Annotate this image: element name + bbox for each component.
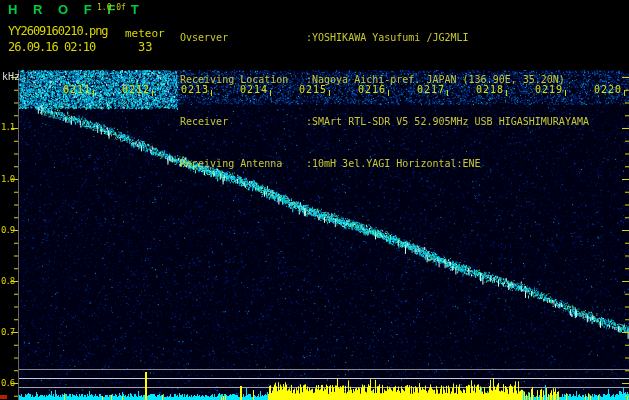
time-label: 0215	[299, 84, 327, 95]
time-label: 0217	[417, 84, 445, 95]
station-antenna-line: Receiving Antenna:10mH 3el.YAGI Horizont…	[180, 157, 589, 171]
time-label: 0216	[358, 84, 386, 95]
time-label: 0213	[181, 84, 209, 95]
station-receiver-label: Receiver	[180, 115, 306, 129]
time-label: 0220	[594, 84, 622, 95]
app-version: 1.0.0f	[97, 3, 126, 12]
y-axis-label: 1.0	[1, 174, 17, 184]
station-antenna-value: :10mH 3el.YAGI Horizontal:ENE	[306, 158, 481, 169]
y-axis-label: 0.8	[1, 276, 17, 286]
time-label: 0212	[122, 84, 150, 95]
time-label: 0214	[240, 84, 268, 95]
time-label: 0211	[63, 84, 91, 95]
station-observer-value: :YOSHIKAWA Yasufumi /JG2MLI	[306, 32, 469, 43]
y-axis-label: 0.9	[1, 225, 17, 235]
y-axis-label: 0.6	[1, 378, 17, 388]
mode-label: meteor	[125, 27, 165, 40]
y-axis-label: 1.1	[1, 122, 17, 132]
station-receiver-value: :SMArt RTL-SDR V5 52.905MHz USB HIGASHIM…	[306, 116, 589, 127]
station-observer-label: Ovserver	[180, 31, 306, 45]
output-filename: YY2609160210.png	[8, 24, 108, 38]
observation-datetime: 26.09.16 02:10	[8, 40, 95, 54]
time-label: 0218	[476, 84, 504, 95]
station-info: Ovserver:YOSHIKAWA Yasufumi /JG2MLI Rece…	[180, 3, 589, 199]
y-axis-unit: kHz	[2, 71, 20, 82]
echo-count: 33	[138, 40, 152, 54]
y-axis-label: 0.7	[1, 327, 17, 337]
time-label: 0219	[535, 84, 563, 95]
station-observer-line: Ovserver:YOSHIKAWA Yasufumi /JG2MLI	[180, 31, 589, 45]
station-receiver-line: Receiver:SMArt RTL-SDR V5 52.905MHz USB …	[180, 115, 589, 129]
station-antenna-label: Receiving Antenna	[180, 157, 306, 171]
hrofft-window: H R O F F T 1.0.0f YY2609160210.png mete…	[0, 0, 629, 400]
